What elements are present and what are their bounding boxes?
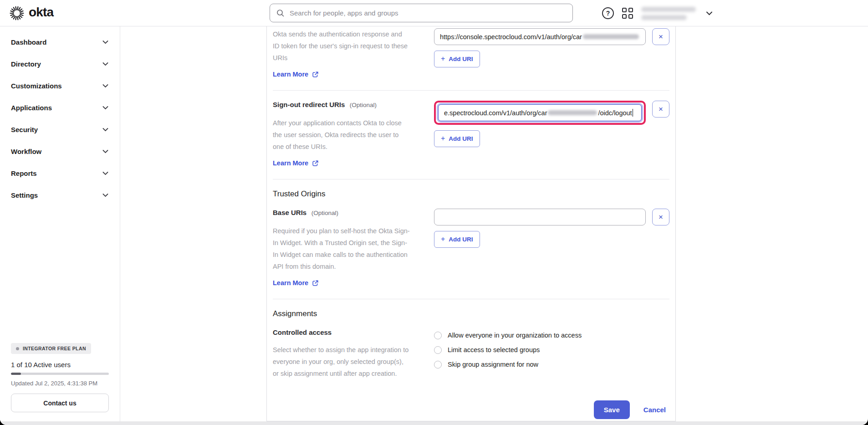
apps-grid-icon[interactable] (622, 8, 633, 19)
sidebar-item-workflow[interactable]: Workflow (0, 140, 120, 162)
redacted-uri-segment (583, 34, 639, 39)
signout-description: After your application contacts Okta to … (273, 117, 409, 153)
okta-logo-icon (9, 5, 25, 21)
redacted-uri-segment (548, 110, 597, 115)
window-bottom-strip (0, 421, 868, 425)
okta-wordmark: okta (29, 6, 53, 20)
top-header: okta ? (0, 0, 868, 26)
search-icon (276, 9, 285, 17)
optional-tag: (Optional) (350, 102, 377, 108)
radio-option-limit-groups[interactable]: Limit access to selected groups (434, 344, 669, 356)
chevron-down-icon (102, 84, 108, 88)
sidebar-item-customizations[interactable]: Customizations (0, 75, 120, 97)
plus-icon: + (441, 236, 445, 242)
radio-option-skip-assignment[interactable]: Skip group assignment for now (434, 358, 669, 370)
external-link-icon (312, 160, 319, 167)
save-button[interactable]: Save (594, 400, 630, 419)
signin-redirect-row: Okta sends the authentication response a… (273, 28, 669, 78)
okta-brand[interactable]: okta (9, 5, 53, 21)
plan-panel: INTEGRATOR FREE PLAN 1 of 10 Active user… (11, 343, 109, 412)
controlled-access-description: Select whether to assign the app integra… (273, 344, 409, 379)
help-icon[interactable]: ? (602, 7, 614, 19)
plan-status-dot-icon (16, 347, 19, 350)
section-divider (273, 179, 669, 179)
app-settings-form: Okta sends the authentication response a… (266, 26, 676, 421)
signout-redirect-uri-input[interactable]: e.spectrocloud.com/v1/auth/org/car /oidc… (438, 104, 642, 121)
base-uris-description: Required if you plan to self-host the Ok… (273, 225, 412, 272)
plan-usage-progress-fill (11, 373, 21, 375)
base-uri-input[interactable] (434, 209, 646, 225)
global-search[interactable] (270, 4, 573, 22)
chevron-down-icon (102, 128, 108, 132)
contact-us-button[interactable]: Contact us (11, 394, 109, 412)
signin-redirect-description: Okta sends the authentication response a… (273, 28, 409, 64)
signin-redirect-uri-input[interactable]: https://console.spectrocloud.com/v1/auth… (434, 28, 646, 45)
sidebar-item-reports[interactable]: Reports (0, 162, 120, 184)
sidebar-item-directory[interactable]: Directory (0, 53, 120, 75)
sidebar-item-dashboard[interactable]: Dashboard (0, 31, 120, 53)
trusted-origins-heading: Trusted Origins (273, 189, 669, 199)
external-link-icon (312, 71, 319, 78)
controlled-access-label: Controlled access (273, 328, 332, 336)
redacted-text-bar (641, 15, 687, 20)
plan-badge: INTEGRATOR FREE PLAN (11, 343, 91, 354)
plus-icon: + (441, 136, 445, 142)
add-base-uri-button[interactable]: + Add URI (434, 231, 480, 248)
signout-redirect-row: Sign-out redirect URIs (Optional) After … (273, 101, 669, 167)
plus-icon: + (441, 56, 445, 62)
section-divider (273, 299, 669, 299)
radio-option-allow-everyone[interactable]: Allow everyone in your organization to a… (434, 329, 669, 341)
redacted-text-bar (641, 7, 696, 12)
base-uris-label-row: Base URIs (Optional) (273, 209, 419, 217)
cancel-button[interactable]: Cancel (643, 406, 666, 414)
radio-button-icon[interactable] (434, 332, 442, 339)
okta-admin-window: okta ? Dashboard Directory Customization… (0, 0, 868, 425)
chevron-down-icon (102, 40, 108, 44)
base-uris-row: Base URIs (Optional) Required if you pla… (273, 209, 669, 287)
account-name-redacted[interactable] (641, 7, 696, 20)
sidebar-item-settings[interactable]: Settings (0, 184, 120, 206)
add-signin-uri-button[interactable]: + Add URI (434, 51, 480, 67)
base-uris-label: Base URIs (273, 209, 306, 216)
controlled-access-row: Controlled access Select whether to assi… (273, 328, 669, 379)
assignments-heading: Assignments (273, 309, 669, 318)
chevron-down-icon (102, 106, 108, 110)
optional-tag: (Optional) (311, 210, 338, 216)
plan-usage-text: 1 of 10 Active users (11, 361, 109, 369)
chevron-down-icon (706, 11, 713, 15)
signin-learn-more-link[interactable]: Learn More (273, 71, 319, 78)
signout-field-label: Sign-out redirect URIs (273, 101, 345, 108)
radio-button-icon[interactable] (434, 346, 442, 354)
signout-field-label-row: Sign-out redirect URIs (Optional) (273, 101, 419, 109)
search-input[interactable] (290, 9, 566, 17)
chevron-down-icon (102, 193, 108, 197)
remove-uri-button[interactable]: × (652, 209, 669, 225)
plan-updated-timestamp: Updated Jul 2, 2025, 4:31:38 PM (11, 380, 109, 387)
uri-text: /oidc/logout (598, 109, 632, 117)
chevron-down-icon (102, 149, 108, 154)
sidebar-item-applications[interactable]: Applications (0, 97, 120, 118)
chevron-down-icon (102, 171, 108, 175)
plan-usage-progress (11, 373, 109, 375)
sidebar-nav: Dashboard Directory Customizations Appli… (0, 26, 120, 206)
remove-uri-button[interactable]: × (652, 28, 669, 45)
form-footer: Save Cancel (273, 400, 669, 419)
sidebar-item-security[interactable]: Security (0, 118, 120, 140)
uri-text: https://console.spectrocloud.com/v1/auth… (440, 33, 582, 41)
header-actions: ? (602, 0, 715, 26)
external-link-icon (312, 280, 319, 287)
radio-button-icon[interactable] (434, 361, 442, 369)
chevron-down-icon (102, 62, 108, 66)
controlled-access-options: Allow everyone in your organization to a… (434, 328, 669, 370)
base-uris-learn-more-link[interactable]: Learn More (273, 279, 319, 287)
section-divider (273, 90, 669, 91)
account-menu-button[interactable] (704, 9, 715, 17)
click-annotation-highlight: e.spectrocloud.com/v1/auth/org/car /oidc… (434, 101, 646, 125)
add-signout-uri-button[interactable]: + Add URI (434, 130, 480, 147)
plan-badge-label: INTEGRATOR FREE PLAN (23, 346, 86, 351)
remove-uri-button[interactable]: × (652, 101, 669, 118)
signout-learn-more-link[interactable]: Learn More (273, 159, 319, 167)
text-cursor (633, 109, 633, 117)
sidebar: Dashboard Directory Customizations Appli… (0, 26, 120, 421)
uri-text: e.spectrocloud.com/v1/auth/org/car (444, 109, 547, 117)
